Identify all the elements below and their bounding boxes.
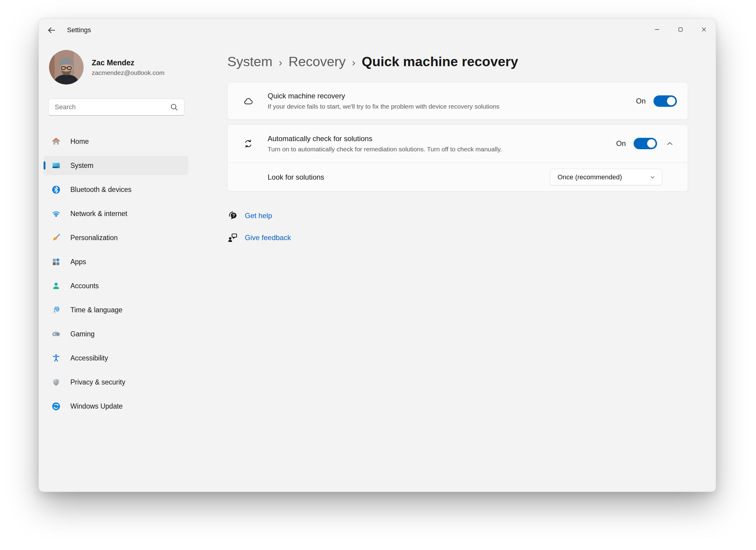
toggle-knob	[667, 97, 675, 105]
maximize-icon	[677, 26, 684, 33]
maximize-button[interactable]	[669, 19, 692, 40]
setting-title: Automatically check for solutions	[268, 134, 502, 143]
toggle-knob	[647, 139, 656, 148]
sidebar-item-apps[interactable]: Apps	[44, 252, 188, 271]
look-for-solutions-row: Look for solutions Once (recommended)	[228, 163, 688, 191]
sidebar-item-windows-update[interactable]: Windows Update	[44, 397, 188, 416]
toggle-state-label: On	[636, 97, 646, 105]
window-controls	[645, 19, 716, 40]
chevron-down-icon	[649, 174, 656, 180]
toggle-state-label: On	[616, 139, 626, 148]
look-for-solutions-dropdown[interactable]: Once (recommended)	[550, 169, 662, 185]
breadcrumb-recovery[interactable]: Recovery	[288, 54, 346, 69]
titlebar[interactable]: Settings	[39, 19, 716, 41]
get-help-link[interactable]: ? Get help	[227, 210, 272, 222]
sidebar-item-home[interactable]: Home	[44, 132, 188, 151]
user-email: zacmendez@outlook.com	[92, 69, 164, 76]
sidebar-item-label: Network & internet	[70, 210, 127, 218]
avatar	[49, 50, 84, 84]
home-icon	[51, 137, 61, 146]
collapse-button[interactable]	[662, 136, 677, 151]
svg-text:?: ?	[232, 213, 235, 218]
search-input[interactable]	[49, 103, 170, 111]
settings-window: Settings	[38, 18, 716, 492]
privacy-security-icon	[51, 378, 61, 387]
breadcrumb: System › Recovery › Quick machine recove…	[227, 52, 688, 71]
sidebar-item-system[interactable]: System	[44, 156, 188, 175]
cloud-icon	[243, 95, 254, 106]
sidebar-item-gaming[interactable]: Gaming	[44, 324, 188, 344]
sidebar-item-label: Time & language	[70, 306, 122, 314]
search-icon	[170, 103, 179, 112]
sidebar-item-label: Accessibility	[70, 354, 108, 362]
close-icon	[701, 26, 707, 33]
sidebar-item-label: Privacy & security	[70, 378, 125, 386]
accessibility-icon	[51, 354, 61, 363]
network-icon	[51, 209, 61, 218]
sidebar-item-label: Home	[70, 137, 89, 146]
accounts-icon	[51, 281, 61, 291]
windows-update-icon	[51, 402, 61, 411]
sidebar-item-personalization[interactable]: Personalization	[44, 228, 188, 247]
sidebar-item-privacy-security[interactable]: Privacy & security	[44, 373, 188, 392]
setting-description: If your device fails to start, we'll try…	[268, 103, 499, 110]
sidebar-item-network-internet[interactable]: Network & internet	[44, 204, 188, 223]
sidebar-item-label: Windows Update	[70, 402, 123, 410]
time-language-icon	[51, 306, 61, 315]
minimize-icon	[654, 26, 660, 33]
breadcrumb-system[interactable]: System	[227, 54, 272, 69]
page-title: Quick machine recovery	[362, 54, 518, 69]
main-content: System › Recovery › Quick machine recove…	[193, 41, 716, 492]
user-profile[interactable]: Zac Mendez zacmendez@outlook.com	[49, 50, 188, 84]
quick-machine-recovery-toggle[interactable]	[653, 95, 677, 107]
back-arrow-icon	[47, 26, 56, 35]
sidebar-item-accounts[interactable]: Accounts	[44, 276, 188, 296]
get-help-icon: ?	[227, 210, 238, 221]
apps-icon	[51, 257, 61, 266]
breadcrumb-separator-icon: ›	[352, 55, 355, 68]
search-box[interactable]	[48, 99, 184, 115]
close-button[interactable]	[692, 19, 716, 40]
footer-links: ? Get help	[227, 210, 688, 244]
chevron-up-icon	[666, 140, 674, 148]
auto-check-toggle[interactable]	[634, 138, 657, 149]
get-help-label: Get help	[245, 211, 272, 220]
give-feedback-icon	[227, 232, 238, 243]
system-icon	[51, 161, 61, 170]
sidebar-item-bluetooth-devices[interactable]: Bluetooth & devices	[44, 180, 188, 199]
dropdown-selected-value: Once (recommended)	[558, 173, 649, 181]
window-title: Settings	[67, 26, 91, 34]
user-name: Zac Mendez	[92, 58, 164, 67]
quick-machine-recovery-card: Quick machine recovery If your device fa…	[227, 82, 688, 120]
sidebar-nav: Home System	[44, 132, 188, 416]
gaming-icon	[51, 330, 61, 339]
give-feedback-link[interactable]: Give feedback	[227, 232, 291, 244]
back-button[interactable]	[43, 22, 60, 38]
desktop-background: Settings	[0, 0, 756, 550]
sidebar-item-label: Apps	[70, 258, 86, 266]
sync-icon	[243, 138, 254, 149]
sidebar-item-label: Gaming	[70, 330, 95, 338]
personalization-icon	[51, 233, 61, 242]
sidebar-item-time-language[interactable]: Time & language	[44, 300, 188, 320]
sidebar-item-accessibility[interactable]: Accessibility	[44, 349, 188, 368]
auto-check-solutions-card: Automatically check for solutions Turn o…	[227, 124, 688, 192]
look-for-solutions-label: Look for solutions	[268, 173, 324, 181]
breadcrumb-separator-icon: ›	[279, 55, 282, 68]
sidebar-item-label: Personalization	[70, 234, 118, 242]
give-feedback-label: Give feedback	[245, 233, 291, 242]
sidebar-item-label: System	[70, 161, 94, 170]
setting-title: Quick machine recovery	[268, 92, 499, 100]
bluetooth-icon	[51, 185, 61, 194]
sidebar-item-label: Accounts	[70, 282, 99, 290]
setting-description: Turn on to automatically check for remed…	[268, 146, 502, 153]
minimize-button[interactable]	[645, 19, 669, 40]
sidebar: Zac Mendez zacmendez@outlook.com	[39, 41, 193, 492]
sidebar-item-label: Bluetooth & devices	[70, 186, 131, 194]
